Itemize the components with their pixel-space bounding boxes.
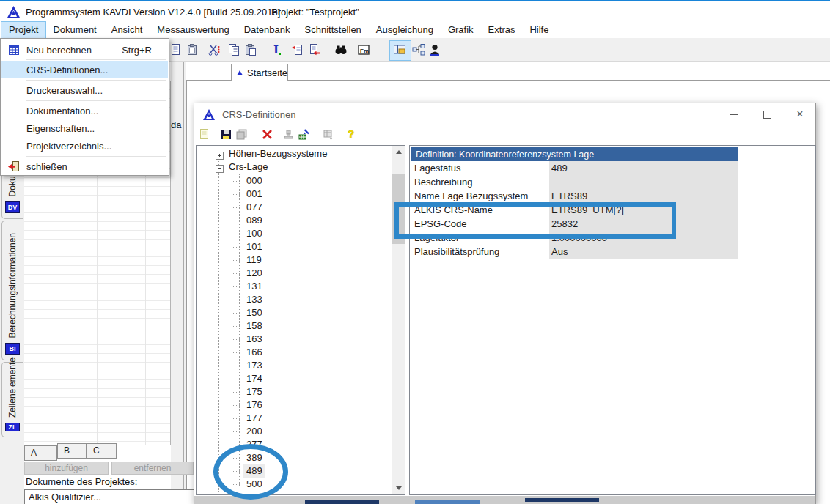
svg-text:I: I [273,43,279,56]
menu-item-crs-definitionen[interactable]: CRS-Definitionen... [1,61,168,78]
tree-item[interactable]: 000 [197,174,387,188]
menubar-item-schnittstellen[interactable]: Schnittstellen [298,22,369,38]
menu-item-druckerauswahl[interactable]: Druckerauswahl... [1,81,168,99]
tree-item[interactable]: 150 [197,306,387,319]
tree-item[interactable]: 166 [197,346,387,359]
svg-text:Fm: Fm [360,48,369,54]
panel-splitter[interactable] [183,62,184,504]
tree-item[interactable]: 120 [197,267,387,280]
menubar-item-ausgleichung[interactable]: Ausgleichung [369,22,441,38]
flowchart-icon[interactable] [412,43,425,56]
table-refresh-icon[interactable] [322,128,334,141]
bottom-tab-c[interactable]: C [87,443,117,459]
collapse-minus-box[interactable] [216,165,224,173]
tree-item[interactable]: 131 [197,280,387,293]
menubar-item-dokument[interactable]: Dokument [45,22,103,38]
occluded-panel-text: da [171,119,182,130]
berechnungsinformationen-badge-icon: BI [5,343,20,355]
menu-item-dokumentation[interactable]: Dokumentation... [1,102,168,119]
menubar-item-datenbank[interactable]: Datenbank [237,22,298,38]
detail-row-beschreibung: Beschreibung [411,175,738,189]
maximize-button[interactable] [756,105,778,123]
new-page-icon[interactable] [169,43,183,56]
export-page-icon[interactable] [308,43,321,56]
menu-separator [26,100,166,101]
exit-door-icon [1,161,26,172]
scroll-down-arrow[interactable] [392,482,405,494]
detail-label: Beschreibung [414,175,473,189]
tree-item[interactable]: 089 [197,214,387,227]
detail-row-name-lage-bezugssystem: Name Lage Bezugssystem ETRS89 [411,189,738,203]
remove-document-button[interactable]: entfernen [111,462,194,475]
tree-item[interactable]: 119 [197,253,387,267]
menubar-item-grafik[interactable]: Grafik [441,22,481,38]
tab-startseite[interactable]: Startseite [231,64,288,81]
scroll-up-arrow[interactable] [392,146,405,158]
menu-item-label: CRS-Definitionen... [26,64,168,75]
dialog-title-bar[interactable]: CRS-Definitionen × [194,103,815,125]
detail-value[interactable]: Aus [551,245,568,259]
close-button[interactable]: × [789,105,811,123]
tree-item[interactable]: 158 [197,319,387,333]
menubar-item-projekt[interactable]: Projekt [1,22,45,38]
documents-label: Dokumente des Projektes: [26,476,137,487]
insert-text-icon[interactable]: I [270,43,283,56]
help-icon[interactable]: ? [348,128,360,141]
clipboard-icon[interactable] [186,43,199,56]
detail-label: Lagestatus [414,161,461,175]
detail-value[interactable]: 489 [551,161,568,175]
menu-item-projektverzeichnis[interactable]: Projektverzeichnis... [1,137,168,155]
tree-root-crs-lage[interactable]: Crs-Lage [229,161,268,172]
menu-item-eigenschaften[interactable]: Eigenschaften... [1,119,168,137]
save-icon[interactable] [220,128,232,141]
tree-item[interactable]: 163 [197,333,387,346]
paste-icon[interactable] [244,43,257,56]
copy-icon[interactable] [227,43,240,56]
detail-value[interactable]: ETRS89 [551,189,587,203]
sidebar-tab-berechnungsinformationen[interactable]: Berechnungsinformationen BI [1,220,23,360]
minimize-button[interactable] [723,105,745,123]
menubar-item-messauswertung[interactable]: Messauswertung [150,22,236,38]
tree-item[interactable]: 277 [197,438,387,451]
tree-item[interactable]: 174 [197,372,387,385]
cut-icon[interactable] [208,43,221,56]
delete-icon[interactable] [261,128,273,141]
tree-item[interactable]: 101 [197,240,387,253]
tree-root-hoehen[interactable]: Höhen-Bezugssysteme [229,148,327,159]
window-layout-icon[interactable] [393,43,406,56]
import-page-icon[interactable] [291,43,304,56]
bottom-tab-b[interactable]: B [57,443,87,459]
tree-item[interactable]: 173 [197,359,387,372]
menubar-item-hilfe[interactable]: Hilfe [522,22,556,38]
user-icon[interactable] [428,43,441,56]
documents-list[interactable]: Alkis Qualifizier... [24,489,194,504]
tree-scrollbar[interactable] [392,146,405,494]
search-icon[interactable] [334,43,348,56]
bottom-tab-a[interactable]: A [24,445,57,461]
tree-item[interactable]: 175 [197,385,387,399]
menu-item-neu-berechnen[interactable]: Neu berechnen Strg+R [1,41,168,59]
menu-separator [26,156,166,157]
stamp-edit-icon[interactable] [298,128,310,141]
startseite-triangle-icon [237,69,243,77]
tree-item[interactable]: 133 [197,293,387,306]
sidebar-tab-label: Berechnungsinformationen [7,233,18,338]
expand-plus-box[interactable] [216,152,224,160]
add-document-button[interactable]: hinzufügen [24,462,109,475]
tree-item[interactable]: 176 [197,399,387,412]
menu-item-schliessen[interactable]: schließen [1,158,168,175]
tree-item[interactable]: 100 [197,227,387,240]
document-list-item[interactable]: Alkis Qualifizier... [29,492,101,503]
new-entry-icon[interactable] [198,128,210,141]
tree-item[interactable]: 200 [197,425,387,438]
sidebar-tab-zeilenelemente[interactable]: Zeilenelemente ZL [1,362,23,437]
tree-item[interactable]: 001 [197,188,387,201]
crs-definitionen-dialog: CRS-Definitionen × ? Höhen-Bezugssysteme… [194,103,816,504]
stamp-icon[interactable] [282,128,295,141]
tree-item[interactable]: 077 [197,201,387,214]
tree-item[interactable]: 177 [197,412,387,425]
form-manager-icon[interactable]: Fm [357,43,370,56]
menubar-item-ansicht[interactable]: Ansicht [104,22,150,38]
menubar-item-extras[interactable]: Extras [481,22,523,38]
save-all-icon[interactable] [235,128,248,141]
